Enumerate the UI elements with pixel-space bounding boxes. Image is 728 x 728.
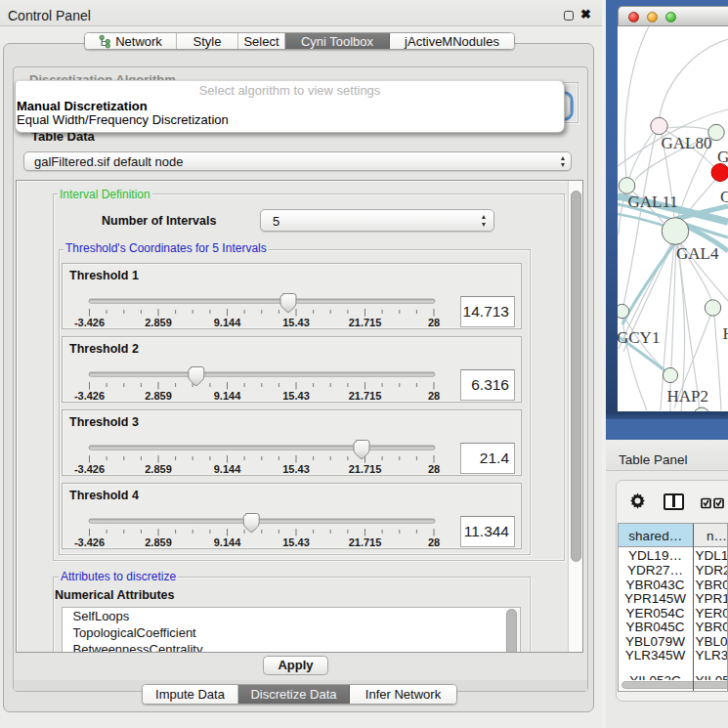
- svg-text:HAP2: HAP2: [667, 387, 709, 406]
- svg-text:GAL11: GAL11: [628, 193, 678, 211]
- svg-text:GCY1: GCY1: [618, 328, 660, 347]
- svg-text:GA: GA: [717, 148, 728, 166]
- svg-text:H: H: [723, 324, 728, 343]
- svg-text:GAL80: GAL80: [662, 134, 712, 152]
- svg-text:C: C: [720, 188, 728, 206]
- svg-text:GAL4: GAL4: [676, 244, 719, 263]
